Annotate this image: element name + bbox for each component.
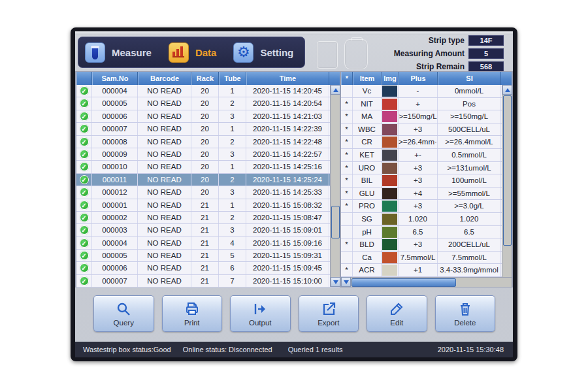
strip-pad-swatch — [382, 99, 397, 110]
header-Rack: Rack — [191, 72, 219, 85]
cell: +3 — [399, 162, 438, 174]
cell: NO READ — [138, 123, 191, 135]
cell: 20 — [191, 85, 219, 97]
cell: BIL — [353, 174, 382, 187]
query-button[interactable]: Query — [93, 295, 154, 332]
cell: 21 — [191, 212, 219, 223]
strip-pad-swatch — [382, 150, 397, 161]
scroll-up-button[interactable] — [331, 85, 340, 95]
tab-setting[interactable]: ⚙Setting — [233, 42, 293, 63]
cell — [341, 252, 353, 264]
scroll-down-button[interactable] — [341, 277, 351, 287]
detail-row[interactable]: *CR>=26.4mm···>=26.4mmol/L — [341, 136, 512, 149]
detail-row[interactable]: *BIL+3100umol/L — [341, 174, 512, 188]
detail-row[interactable]: *ACR+13.4-33.9mg/mmol — [341, 264, 512, 277]
detail-row[interactable]: *URO+3>=131umol/L — [341, 162, 512, 175]
table-row[interactable]: ✓000008NO READ2022020-11-15 14:22:48 — [76, 136, 340, 148]
detail-vertical-scrollbar[interactable] — [502, 85, 512, 277]
check-icon: ✓ — [80, 137, 89, 146]
tab-measure[interactable]: Measure — [85, 42, 152, 63]
check-icon: ✓ — [80, 112, 89, 121]
img-cell — [382, 252, 399, 264]
info-label: Measuring Amount — [394, 49, 465, 58]
search-icon — [116, 301, 131, 317]
status-cell: ✓ — [76, 275, 92, 287]
check-icon: ✓ — [80, 188, 89, 197]
edit-button[interactable]: Edit — [367, 295, 427, 332]
detail-row[interactable]: *GLU+4>=55mmol/L — [341, 188, 512, 201]
status-cell: ✓ — [76, 174, 92, 186]
cell: 1 — [219, 199, 246, 211]
table-row[interactable]: ✓000005NO READ2022020-11-15 14:20:54 — [76, 97, 340, 110]
cell: 21 — [191, 262, 219, 274]
wastestrip-status: Wastestrip box status:Good — [83, 346, 171, 353]
cell: +1 — [399, 264, 438, 276]
cell: + — [399, 98, 438, 110]
cell: 2020-11-15 15:09:45 — [246, 262, 329, 274]
detail-hscroll-thumb[interactable] — [351, 278, 456, 287]
cell: 1 — [219, 85, 246, 97]
detail-row[interactable]: Vc-0mmol/L — [341, 85, 512, 98]
results-scroll-thumb[interactable] — [331, 206, 340, 238]
cell: 2 — [219, 212, 246, 223]
table-row[interactable]: ✓000004NO READ2142020-11-15 15:09:16 — [76, 237, 340, 250]
status-cell: ✓ — [76, 123, 92, 135]
cell: 20 — [191, 174, 219, 186]
status-cell: ✓ — [76, 237, 92, 249]
scroll-up-button[interactable] — [502, 85, 512, 95]
delete-button[interactable]: Delete — [435, 295, 496, 332]
results-table-header: Sam.NoBarcodeRackTubeTime — [76, 72, 340, 85]
table-row[interactable]: ✓000004NO READ2012020-11-15 14:20:45 — [76, 85, 340, 97]
detail-row[interactable]: pH6.56.5 — [341, 226, 512, 239]
tab-data[interactable]: Data — [169, 42, 217, 63]
detail-row[interactable]: SG1.0201.020 — [341, 213, 512, 226]
status-cell: ✓ — [76, 136, 92, 148]
cell: URO — [353, 162, 382, 174]
check-icon: ✓ — [80, 263, 89, 272]
print-button[interactable]: Print — [162, 295, 223, 332]
tab-label: Setting — [260, 47, 293, 58]
table-row[interactable]: ✓000012NO READ2032020-11-15 14:25:33 — [76, 186, 340, 199]
cell: * — [341, 264, 353, 276]
cell: * — [341, 110, 353, 123]
cell: 6.5 — [438, 226, 501, 238]
cell: 000001 — [92, 199, 138, 211]
table-row[interactable]: ✓000007NO READ2172020-11-15 15:10:00 — [76, 275, 340, 287]
cell: 2020-11-15 14:25:16 — [246, 161, 329, 172]
detail-row[interactable]: *PRO+3>=3.0g/L — [341, 200, 512, 213]
cell: NO READ — [138, 186, 191, 198]
detail-row[interactable]: *KET+-0.5mmol/L — [341, 149, 512, 162]
cell: 000003 — [92, 224, 138, 236]
header-Barcode: Barcode — [138, 72, 191, 85]
table-row[interactable]: ✓000006NO READ2162020-11-15 15:09:45 — [76, 262, 340, 274]
table-row[interactable]: ✓000003NO READ2132020-11-15 15:09:01 — [76, 224, 340, 237]
table-row[interactable]: ✓000009NO READ2032020-11-15 14:22:57 — [76, 148, 340, 161]
detail-scroll-thumb[interactable] — [503, 95, 512, 246]
table-row[interactable]: ✓000002NO READ2122020-11-15 15:08:47 — [76, 212, 340, 224]
table-row[interactable]: ✓000006NO READ2032020-11-15 14:21:03 — [76, 110, 340, 123]
table-row[interactable]: ✓000010NO READ2012020-11-15 14:25:16 — [76, 161, 340, 173]
img-cell — [382, 213, 399, 225]
detail-row[interactable]: *WBC+3500CELL/uL — [341, 123, 512, 137]
cell: WBC — [353, 123, 382, 136]
table-row[interactable]: ✓000007NO READ2012020-11-15 14:22:39 — [76, 123, 340, 135]
table-row[interactable]: ✓000005NO READ2152020-11-15 15:09:31 — [76, 250, 340, 262]
cell: NO READ — [138, 161, 191, 172]
cell: CR — [353, 136, 382, 148]
scroll-down-button[interactable] — [331, 277, 340, 287]
cell: NO READ — [138, 85, 191, 97]
output-button[interactable]: Output — [230, 295, 291, 332]
results-vertical-scrollbar[interactable] — [330, 85, 340, 287]
detail-row[interactable]: *NIT+Pos — [341, 98, 512, 111]
export-button[interactable]: Export — [299, 295, 359, 332]
status-cell: ✓ — [76, 250, 92, 261]
detail-row[interactable]: *BLD+3200CELL/uL — [341, 238, 512, 252]
check-icon: ✓ — [80, 251, 89, 260]
cell: 3 — [219, 224, 246, 236]
table-row[interactable]: ✓000011NO READ2022020-11-15 14:25:24 — [76, 174, 340, 186]
detail-row[interactable]: Ca7.5mmol/L7.5mmol/L — [341, 252, 512, 265]
cell: NO READ — [138, 262, 191, 274]
detail-horizontal-scrollbar[interactable] — [341, 277, 512, 287]
detail-row[interactable]: *MA>=150mg/L>=150mg/L — [341, 110, 512, 123]
table-row[interactable]: ✓000001NO READ2112020-11-15 15:08:32 — [76, 199, 340, 212]
